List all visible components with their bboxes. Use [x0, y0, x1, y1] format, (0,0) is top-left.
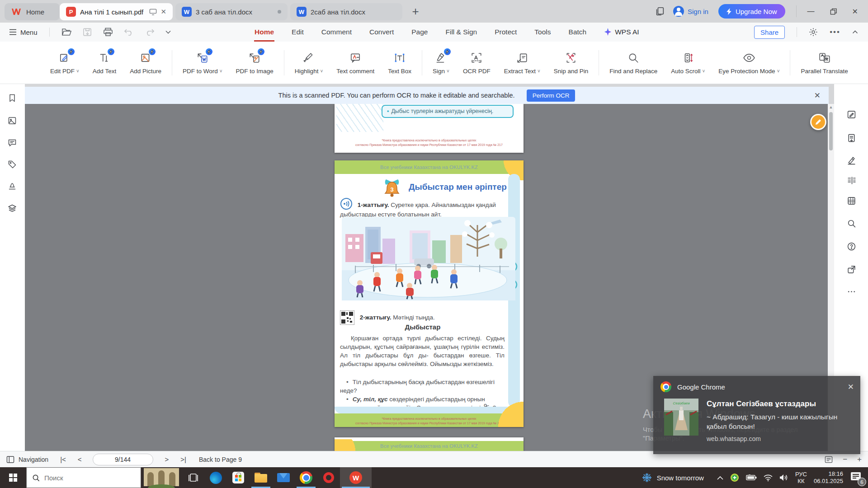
thumbnails-icon[interactable] [8, 116, 17, 125]
restore-button[interactable] [830, 8, 837, 15]
chrome-button[interactable] [295, 467, 317, 488]
open-file-icon[interactable] [61, 28, 72, 37]
zoom-out-icon[interactable]: − [843, 455, 847, 464]
close-window-button[interactable]: ✕ [852, 7, 858, 16]
collapse-ribbon-icon[interactable] [852, 30, 858, 34]
antivirus-tray-icon[interactable] [730, 473, 739, 482]
pinned-picture-icon[interactable] [141, 467, 182, 488]
last-page-button[interactable]: >| [180, 455, 186, 463]
comments-icon[interactable] [8, 138, 17, 147]
quick-annotate-fab[interactable] [810, 114, 826, 130]
zoom-in-icon[interactable]: + [857, 455, 862, 464]
print-icon[interactable] [103, 28, 113, 37]
first-page-button[interactable]: |< [60, 455, 66, 463]
eye-protection-mode-button[interactable]: Eye Protection Mode˅ [712, 51, 786, 75]
close-notice-icon[interactable]: ✕ [814, 91, 821, 100]
bookmark-icon[interactable] [8, 94, 17, 103]
auto-scroll-button[interactable]: Auto Scroll˅ [664, 51, 712, 75]
document-tab-2[interactable]: W 3 саб ана тіл.docx [175, 3, 288, 20]
text-box-button[interactable]: Text Box [381, 51, 418, 75]
signature-pen-icon[interactable] [847, 156, 856, 165]
perform-ocr-button[interactable]: Perform OCR [527, 89, 576, 102]
wps-office-button[interactable]: W [340, 467, 372, 488]
close-notification-icon[interactable]: ✕ [848, 382, 854, 392]
main-menu-button[interactable]: Menu [9, 28, 38, 36]
text-comment-button[interactable]: Text comment [330, 51, 381, 75]
edit-pdf-button[interactable]: Edit PDF˅ [43, 51, 86, 75]
home-tab[interactable]: Home [5, 3, 60, 20]
previous-page-button[interactable]: < [78, 455, 82, 463]
close-tab-icon[interactable]: ✕ [160, 8, 166, 16]
tags-icon[interactable] [8, 160, 17, 169]
tab-tools[interactable]: Tools [533, 23, 552, 42]
sign-button[interactable]: Sign˅ [426, 51, 456, 75]
tab-wps-ai[interactable]: WPS AI [603, 23, 640, 42]
help-icon[interactable] [847, 242, 856, 251]
export-page-icon[interactable] [847, 133, 856, 143]
layers-icon[interactable] [8, 204, 17, 213]
share-page-icon[interactable] [847, 265, 856, 274]
new-tab-button[interactable]: + [409, 5, 422, 18]
signature-stamp-icon[interactable] [8, 182, 17, 191]
add-picture-button[interactable]: Add Picture [123, 51, 168, 75]
tray-expand-chevron-icon[interactable] [717, 476, 723, 480]
opera-button[interactable] [317, 467, 340, 488]
scroll-up-arrow[interactable]: ▲ [828, 105, 834, 109]
annotate-icon[interactable] [847, 110, 856, 119]
pdf-to-image-button[interactable]: PDF to Image [229, 51, 280, 75]
tab-edit[interactable]: Edit [290, 23, 305, 42]
page-number-input[interactable] [93, 454, 153, 465]
sign-in-button[interactable]: Sign in [673, 6, 708, 17]
ocr-pdf-button[interactable]: OCR PDF [456, 51, 497, 75]
store-button[interactable] [227, 467, 250, 488]
file-explorer-button[interactable] [250, 467, 272, 488]
parallel-translate-button[interactable]: Parallel Translate [794, 51, 854, 75]
tab-protect[interactable]: Protect [493, 23, 518, 42]
more-tools-icon[interactable] [847, 287, 856, 296]
tab-home[interactable]: Home [253, 23, 275, 42]
tab-list-icon[interactable] [655, 6, 665, 16]
mail-button[interactable] [272, 467, 295, 488]
edge-button[interactable] [204, 467, 227, 488]
start-button[interactable] [0, 467, 26, 488]
action-center-button[interactable]: 6 [850, 471, 863, 484]
taskbar-search[interactable] [26, 467, 141, 488]
present-monitor-icon[interactable] [149, 9, 157, 15]
weather-widget[interactable]: Snow tomorrow [642, 473, 704, 483]
save-icon[interactable] [83, 28, 92, 37]
next-page-button[interactable]: > [165, 455, 169, 463]
tab-fill-sign[interactable]: Fill & Sign [444, 23, 478, 42]
volume-icon[interactable] [779, 474, 788, 481]
battery-icon[interactable] [746, 474, 757, 481]
highlight-button[interactable]: Highlight˅ [288, 51, 330, 75]
tab-comment[interactable]: Comment [320, 23, 353, 42]
chrome-notification-popup[interactable]: Google Chrome ✕ Сегізбаев Сұлтан Сегізба… [653, 376, 860, 454]
language-indicator[interactable]: РУС КК [795, 471, 807, 484]
task-view-button[interactable] [182, 467, 204, 488]
taskbar-search-input[interactable] [44, 474, 121, 482]
tab-page[interactable]: Page [410, 23, 429, 42]
undo-icon[interactable] [124, 28, 134, 36]
text-columns-icon[interactable] [847, 176, 856, 185]
tab-convert[interactable]: Convert [368, 23, 395, 42]
search-page-icon[interactable] [847, 219, 856, 228]
pdf-to-word-button[interactable]: PDF to Word˅ [176, 51, 229, 75]
snapshot-grid-icon[interactable] [847, 196, 856, 206]
page-layout-icon[interactable] [825, 456, 833, 463]
more-menu-icon[interactable]: ••• [830, 28, 840, 37]
extract-text-button[interactable]: Extract Text˅ [497, 51, 547, 75]
document-tab-active[interactable]: P Ана тілі 1 сынып.pdf ✕ [60, 3, 173, 20]
snip-and-pin-button[interactable]: Snip and Pin [547, 51, 595, 75]
minimize-button[interactable]: — [807, 7, 815, 15]
quick-access-chevron-icon[interactable] [165, 30, 171, 34]
navigation-toggle[interactable]: Navigation [6, 456, 48, 463]
clock[interactable]: 18:16 06.01.2025 [814, 470, 843, 485]
redo-icon[interactable] [145, 28, 155, 36]
settings-gear-icon[interactable] [809, 28, 818, 37]
document-tab-3[interactable]: W 2саб ана тіл.docx [290, 3, 402, 20]
find-and-replace-button[interactable]: Find and Replace [603, 51, 664, 75]
tab-batch[interactable]: Batch [567, 23, 588, 42]
upgrade-now-button[interactable]: Upgrade Now [718, 4, 785, 19]
wifi-icon[interactable] [764, 474, 773, 481]
scrollbar-thumb[interactable] [829, 112, 833, 150]
